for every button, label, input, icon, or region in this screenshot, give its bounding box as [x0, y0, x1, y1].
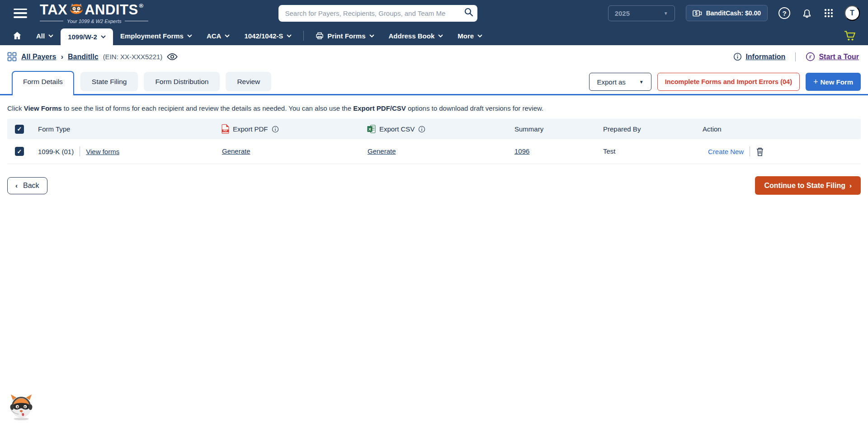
info-icon[interactable] [418, 126, 425, 133]
tab-review[interactable]: Review [226, 72, 271, 91]
tab-state-filing[interactable]: State Filing [80, 72, 138, 91]
forms-table: ✓ Form Type PDF Export PDF X [7, 119, 861, 164]
start-a-tour-link[interactable]: Start a Tour [819, 53, 859, 61]
top-header: TAX ANDITS ® Your 1099 & W2 Experts [0, 0, 868, 26]
delete-trash-icon[interactable] [756, 147, 764, 156]
nav-item-print-forms[interactable]: Print Forms [308, 26, 381, 45]
breadcrumb-row: All Payers › Banditllc (EIN: XX-XXX5221)… [0, 45, 868, 66]
breadcrumb-actions: Information Start a Tour [733, 52, 859, 61]
svg-text:PDF: PDF [223, 130, 227, 132]
wallet-icon: $ [693, 9, 702, 17]
tour-compass-icon [806, 52, 815, 61]
search-icon[interactable] [464, 7, 474, 19]
footer-actions: ‹ Back Continue to State Filing › [7, 176, 861, 195]
help-icon[interactable]: ? [778, 7, 790, 19]
dashboard-grid-icon[interactable] [7, 52, 17, 61]
nav-divider [303, 31, 304, 41]
caret-down-icon: ▼ [639, 80, 644, 84]
pdf-file-icon: PDF [222, 124, 229, 134]
export-as-dropdown[interactable]: Export as ▼ [589, 73, 651, 91]
export-as-label: Export as [597, 78, 625, 86]
chevron-down-icon [287, 34, 292, 38]
avatar-initial: T [850, 9, 854, 17]
form-type-cell: 1099-K (01) View forms [31, 146, 217, 156]
svg-text:X: X [368, 127, 372, 131]
new-form-button[interactable]: + New Form [806, 73, 861, 91]
plus-icon: + [813, 77, 818, 87]
chevron-down-icon [438, 34, 443, 38]
column-header-form-type: Form Type [31, 125, 217, 133]
information-link[interactable]: Information [745, 53, 785, 61]
svg-text:$: $ [695, 11, 698, 16]
continue-label: Continue to State Filing [764, 182, 845, 190]
cart-icon[interactable] [844, 26, 860, 45]
user-avatar[interactable]: T [844, 5, 860, 21]
search-input[interactable] [278, 5, 477, 22]
back-label: Back [23, 182, 39, 190]
nav-item-all[interactable]: All [29, 26, 61, 45]
action-cell: Create New [697, 146, 861, 156]
table-row: ✓ 1099-K (01) View forms Generate Genera… [7, 139, 861, 164]
breadcrumb: All Payers › Banditllc (EIN: XX-XXX5221) [7, 52, 178, 61]
nav-item-more[interactable]: More [450, 26, 490, 45]
mascot-chat-widget[interactable] [7, 392, 35, 422]
hamburger-menu-icon[interactable] [14, 9, 27, 18]
info-circle-icon [733, 52, 742, 61]
column-header-action: Action [697, 125, 861, 133]
select-all-checkbox[interactable]: ✓ [15, 125, 24, 134]
divider [795, 52, 796, 61]
back-button[interactable]: ‹ Back [7, 177, 47, 194]
tabs-strip: Form Details State Filing Form Distribut… [0, 70, 868, 95]
taxbandits-logo[interactable]: TAX ANDITS ® Your 1099 & W2 Experts [40, 3, 148, 24]
payer-ein: (EIN: XX-XXX5221) [103, 53, 163, 61]
tab-form-distribution[interactable]: Form Distribution [144, 72, 220, 91]
global-search [278, 5, 477, 22]
incomplete-forms-button[interactable]: Incomplete Forms and Import Errors (04) [657, 73, 800, 91]
chevron-right-icon: › [849, 182, 852, 189]
toolbar: Export as ▼ Incomplete Forms and Import … [589, 73, 861, 91]
logo-text-tax: TAX [40, 3, 67, 17]
info-icon[interactable] [272, 126, 279, 133]
chevron-down-icon [101, 35, 106, 38]
continue-to-state-filing-button[interactable]: Continue to State Filing › [755, 176, 861, 195]
owl-mascot-icon [69, 3, 84, 17]
breadcrumb-all-payers[interactable]: All Payers [21, 53, 56, 61]
row-checkbox[interactable]: ✓ [15, 147, 24, 156]
chevron-down-icon [477, 34, 482, 38]
column-header-export-csv: X Export CSV [363, 125, 509, 133]
chevron-down-icon: ▼ [664, 11, 668, 16]
divider [80, 146, 80, 156]
registered-mark: ® [139, 3, 144, 9]
generate-csv-link[interactable]: Generate [368, 147, 396, 155]
column-header-export-pdf: PDF Export PDF [217, 124, 363, 134]
tax-year-dropdown[interactable]: 2025 ▼ [608, 5, 675, 21]
apps-grid-icon[interactable] [824, 8, 834, 18]
logo-text-andits: ANDITS [85, 3, 138, 17]
nav-item-address-book[interactable]: Address Book [382, 26, 451, 45]
notifications-bell-icon[interactable] [801, 7, 813, 19]
create-new-link[interactable]: Create New [708, 148, 744, 155]
nav-item-1099-w2[interactable]: 1099/W-2 [61, 28, 113, 45]
instruction-text: Click View Forms to see the list of form… [7, 104, 861, 112]
header-actions: 2025 ▼ $ BanditCash: $0.00 ? [608, 5, 860, 21]
home-icon[interactable] [8, 26, 29, 45]
generate-pdf-link[interactable]: Generate [222, 147, 250, 155]
eye-icon[interactable] [167, 53, 178, 61]
prepared-by-value: Test [603, 147, 616, 155]
nav-item-employment-forms[interactable]: Employment Forms [113, 26, 199, 45]
chevron-down-icon [187, 34, 192, 38]
view-forms-link[interactable]: View forms [86, 148, 119, 155]
tab-form-details[interactable]: Form Details [12, 71, 74, 95]
nav-item-1042[interactable]: 1042/1042-S [237, 26, 299, 45]
chevron-down-icon [369, 34, 374, 38]
chevron-down-icon [48, 34, 53, 38]
tax-year-value: 2025 [615, 9, 630, 17]
chevron-left-icon: ‹ [15, 182, 18, 189]
column-header-summary: Summary [509, 125, 598, 133]
logo-wordmark: TAX ANDITS ® [40, 3, 148, 17]
bandit-cash-button[interactable]: $ BanditCash: $0.00 [686, 5, 768, 21]
form-type-value: 1099-K (01) [38, 148, 74, 155]
nav-item-aca[interactable]: ACA [199, 26, 237, 45]
breadcrumb-payer-name[interactable]: Banditllc [68, 53, 99, 61]
summary-1096-link[interactable]: 1096 [514, 147, 529, 155]
